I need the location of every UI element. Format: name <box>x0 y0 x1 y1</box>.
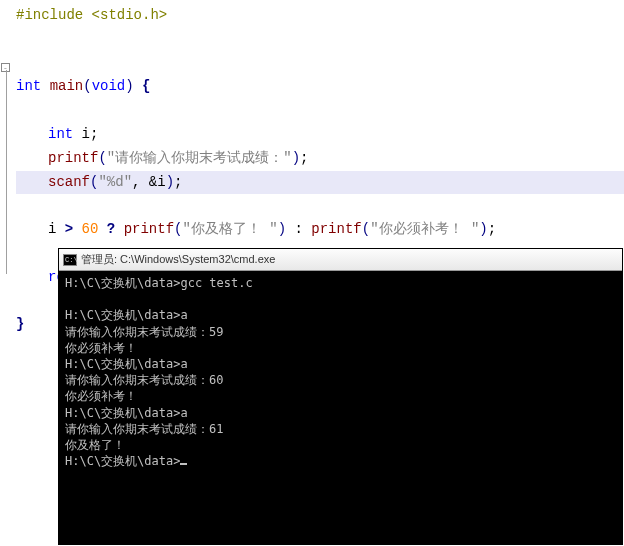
console-line: 请你输入你期末考试成绩：61 <box>65 422 223 436</box>
code-line: #include <stdio.h> <box>16 4 624 28</box>
code-line-current: scanf("%d", &i); <box>16 171 624 195</box>
console-titlebar[interactable]: C:\ 管理员: C:\Windows\System32\cmd.exe <box>59 249 622 271</box>
code-line: printf("请你输入你期末考试成绩："); <box>16 147 624 171</box>
console-line: 请你输入你期末考试成绩：59 <box>65 325 223 339</box>
code-line: i > 60 ? printf("你及格了！ ") : printf("你必须补… <box>16 218 624 242</box>
console-line: H:\C\交换机\data>a <box>65 308 188 322</box>
console-title: 管理员: C:\Windows\System32\cmd.exe <box>81 252 275 267</box>
cursor-icon <box>180 463 187 465</box>
cmd-icon: C:\ <box>63 254 77 266</box>
function-printf: printf <box>311 221 361 237</box>
keyword-int: int <box>48 126 73 142</box>
function-printf: printf <box>48 150 98 166</box>
console-line: 请你输入你期末考试成绩：60 <box>65 373 223 387</box>
code-line <box>16 99 624 123</box>
paren: ) <box>125 78 133 94</box>
brace: } <box>16 316 24 332</box>
paren: ) <box>278 221 286 237</box>
code-line: int i; <box>16 123 624 147</box>
function-printf: printf <box>115 221 174 237</box>
string-literal: "请你输入你期末考试成绩：" <box>107 150 292 166</box>
paren: ) <box>479 221 487 237</box>
identifier: i; <box>73 126 98 142</box>
number-literal: 60 <box>73 221 107 237</box>
function-main: main <box>50 78 84 94</box>
console-window[interactable]: C:\ 管理员: C:\Windows\System32\cmd.exe H:\… <box>58 248 623 545</box>
code-line: int main(void) { <box>16 75 624 99</box>
string-literal: "你及格了！ " <box>182 221 277 237</box>
console-line: H:\C\交换机\data>a <box>65 357 188 371</box>
code-line <box>16 28 624 52</box>
operator: : <box>286 221 311 237</box>
string-literal: "%d" <box>98 174 132 190</box>
fold-guide-line <box>6 70 7 274</box>
string-literal: "你必须补考！ " <box>370 221 479 237</box>
keyword-int: int <box>16 78 41 94</box>
operator: > <box>65 221 73 237</box>
semicolon: ; <box>174 174 182 190</box>
identifier: i <box>48 221 65 237</box>
keyword-void: void <box>92 78 126 94</box>
console-line: 你必须补考！ <box>65 341 137 355</box>
console-line: 你必须补考！ <box>65 389 137 403</box>
paren: ( <box>362 221 370 237</box>
console-line: H:\C\交换机\data>a <box>65 406 188 420</box>
code-line <box>16 52 624 76</box>
brace: { <box>134 78 151 94</box>
semicolon: ; <box>300 150 308 166</box>
operator: ? <box>107 221 115 237</box>
console-output[interactable]: H:\C\交换机\data>gcc test.c H:\C\交换机\data>a… <box>59 271 622 544</box>
paren: ( <box>98 150 106 166</box>
function-scanf: scanf <box>48 174 90 190</box>
argument: , &i <box>132 174 166 190</box>
console-line: H:\C\交换机\data>gcc test.c <box>65 276 253 290</box>
preprocessor-directive: #include <stdio.h> <box>16 7 167 23</box>
semicolon: ; <box>488 221 496 237</box>
code-line <box>16 194 624 218</box>
console-line: 你及格了！ <box>65 438 125 452</box>
console-line: H:\C\交换机\data> <box>65 454 180 468</box>
paren: ) <box>292 150 300 166</box>
paren: ) <box>166 174 174 190</box>
paren: ( <box>83 78 91 94</box>
